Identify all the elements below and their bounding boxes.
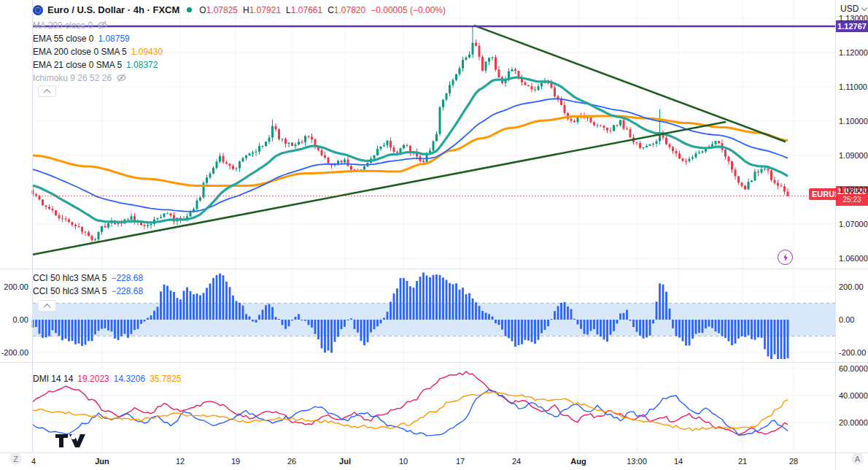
collapse-main-legend-button[interactable] (38, 85, 56, 97)
open-value: 1.07825 (206, 5, 238, 15)
cci2-label: CCI 50 hlc3 SMA 5 (33, 286, 106, 296)
cci-left-axis-label: 200.00 (0, 282, 28, 291)
time-axis-label: 24 (512, 457, 521, 466)
chevron-up-icon (44, 88, 51, 96)
price-axis-label: 1.07000 (839, 220, 868, 228)
dmi-plus-di-value: 19.2023 (77, 374, 109, 384)
price-axis-label: 1.10000 (839, 117, 868, 126)
indicator-row-ema200[interactable]: EMA 200 close 0 SMA 5 1.09430 (33, 46, 163, 57)
time-axis-label: 12 (176, 457, 185, 466)
indicator-row-cci-1[interactable]: CCI 50 hlc3 SMA 5 −228.68 (33, 272, 143, 283)
auto-scale-badge[interactable]: A (851, 452, 864, 465)
chart-window: Euro / U.S. Dollar · 4h · FXCM O1.07825 … (0, 0, 868, 470)
price-axis-label: 1.12000 (839, 48, 868, 57)
indicator-row-ema55[interactable]: EMA 55 close 0 1.08759 (33, 33, 130, 44)
time-axis-label: Aug (570, 457, 586, 466)
collapse-cci-legend-button[interactable] (38, 300, 56, 312)
market-open-icon (187, 7, 192, 12)
cci-axis-label: -200.00 (839, 348, 866, 357)
ema55-value: 1.08759 (98, 34, 129, 44)
indicator-row-ema21[interactable]: EMA 21 close 0 SMA 5 1.08372 (33, 59, 158, 70)
eurusd-symbol-icon (33, 5, 43, 15)
cci1-label: CCI 50 hlc3 SMA 5 (33, 273, 106, 283)
price-axis-currency-button[interactable]: USD (840, 4, 867, 14)
price-axis-label: 1.09000 (839, 151, 868, 160)
cci-left-axis-label: 0.00 (0, 315, 28, 324)
time-axis-label: Jul (339, 457, 351, 466)
dmi-adx-value: 35.7825 (150, 374, 181, 384)
bar-countdown: 25:23 (836, 196, 868, 204)
cci1-value: −228.68 (111, 273, 143, 283)
timezone-badge[interactable]: Z (9, 452, 22, 465)
time-axis-label: 14 (674, 457, 683, 466)
dmi-minus-di-value: 14.3206 (114, 374, 145, 384)
indicator-row-ma200[interactable]: MA 200 close 0 (33, 20, 108, 31)
time-axis-label: 28 (789, 457, 798, 466)
time-axis-label: 17 (456, 457, 465, 466)
cci-axis-label: 200.00 (839, 282, 864, 291)
price-axis-label: 1.06000 (839, 254, 868, 263)
currency-label: USD (840, 4, 859, 14)
ichimoku-label: Ichimoku 9 26 52 26 (33, 73, 112, 83)
dmi-axis-label: 60.0000 (839, 364, 868, 373)
dmi-axis-label: 20.0000 (839, 418, 868, 427)
cci-axis-label: 0.00 (839, 315, 854, 324)
symbol-legend[interactable]: Euro / U.S. Dollar · 4h · FXCM O1.07825 … (33, 4, 446, 15)
price-axis-label: 1.13000 (839, 14, 868, 23)
dmi-axis-label: 40.0000 (839, 391, 868, 400)
ema200-value: 1.09430 (131, 47, 163, 57)
indicator-row-cci-2[interactable]: CCI 50 hlc3 SMA 5 −228.68 (33, 285, 143, 296)
ema200-label: EMA 200 close 0 SMA 5 (33, 47, 127, 57)
indicator-row-dmi[interactable]: DMI 14 14 19.2023 14.3206 35.7825 (33, 373, 182, 384)
low-value: 1.07661 (291, 5, 322, 15)
time-axis-label: 26 (287, 457, 296, 466)
visibility-off-icon[interactable] (116, 73, 127, 82)
time-axis-label: 4 (31, 457, 36, 466)
change-value: −0.00005 (−0.00%) (371, 5, 446, 15)
time-axis-label: Jun (95, 457, 109, 466)
price-axis-label: 1.11000 (839, 82, 867, 91)
ema21-value: 1.08372 (126, 60, 158, 70)
dmi-label: DMI 14 14 (33, 374, 73, 384)
symbol-title: Euro / U.S. Dollar · 4h · FXCM (47, 4, 179, 15)
ohlc-values: O1.07825 H1.07921 L1.07661 C1.07820 −0.0… (199, 5, 446, 15)
indicator-row-ichimoku[interactable]: Ichimoku 9 26 52 26 (33, 72, 127, 83)
lightning-bolt-icon (781, 253, 790, 262)
high-value: 1.07921 (249, 5, 281, 15)
quick-action-button[interactable] (778, 250, 793, 265)
chevron-up-icon (44, 303, 51, 310)
time-axis-label: 19 (231, 457, 240, 466)
time-axis-label: 10 (399, 457, 408, 466)
close-value: 1.07820 (334, 5, 365, 15)
cci-left-axis-label: -200.00 (0, 348, 28, 357)
ema21-label: EMA 21 close 0 SMA 5 (33, 60, 122, 70)
price-axis-label: 1.08000 (839, 185, 868, 194)
chart-canvas[interactable] (0, 0, 868, 470)
cci2-value: −228.68 (111, 286, 143, 296)
dmi-adx-line (33, 392, 788, 431)
ema55-label: EMA 55 close 0 (33, 34, 93, 44)
chevron-down-icon (861, 5, 867, 11)
time-axis-label: 13:00 (627, 457, 647, 466)
visibility-off-icon[interactable] (97, 20, 108, 30)
ma200-label: MA 200 close 0 (33, 20, 93, 31)
time-axis-label: 21 (738, 457, 747, 466)
tradingview-logo[interactable] (55, 434, 87, 451)
